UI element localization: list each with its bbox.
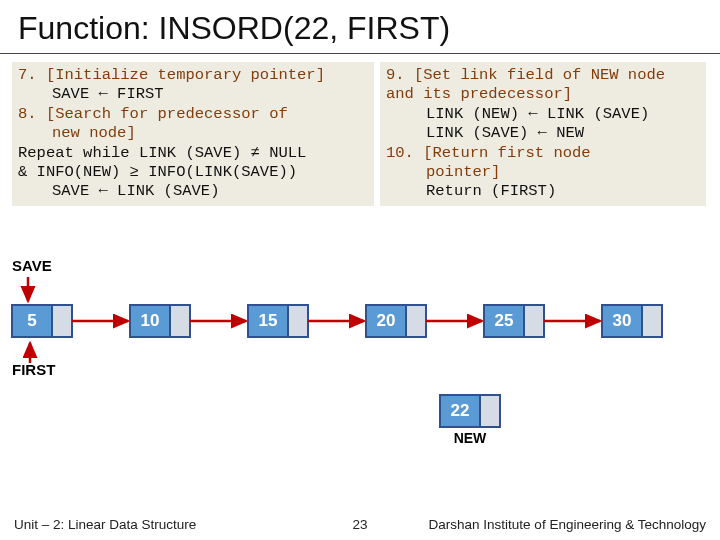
list-node: 10 [130, 305, 190, 337]
code-line: LINK (NEW) ← LINK (SAVE) [386, 105, 700, 124]
list-node: 20 [366, 305, 426, 337]
code-right: 9. [Set link field of NEW node and its p… [380, 62, 706, 206]
code-line: pointer] [386, 163, 700, 182]
footer-left: Unit – 2: Linear Data Structure [14, 517, 196, 532]
list-node: 30 [602, 305, 662, 337]
code-line: LINK (SAVE) ← NEW [386, 124, 700, 143]
svg-rect-7 [406, 305, 426, 337]
code-line: 9. [Set link field of NEW node and its p… [386, 66, 700, 105]
linked-list-diagram: SAVE 51015202530 FIRST 22 NEW [0, 255, 720, 465]
page-number: 23 [352, 517, 367, 532]
svg-rect-9 [524, 305, 544, 337]
list-node: 15 [248, 305, 308, 337]
save-label: SAVE [12, 257, 52, 274]
list-node: 5 [12, 305, 72, 337]
code-line: SAVE ← FIRST [18, 85, 368, 104]
code-left: 7. [Initialize temporary pointer] SAVE ←… [12, 62, 374, 206]
svg-rect-11 [642, 305, 662, 337]
new-value: 22 [451, 401, 470, 420]
code-line: Repeat while LINK (SAVE) ≠ NULL [18, 144, 368, 163]
footer: Unit – 2: Linear Data Structure 23 Darsh… [0, 511, 720, 540]
node-value: 20 [377, 311, 396, 330]
code-line: 8. [Search for predecessor of [18, 105, 368, 124]
first-label: FIRST [12, 361, 55, 378]
code-line: new node] [18, 124, 368, 143]
node-value: 30 [613, 311, 632, 330]
code-line: Return (FIRST) [386, 182, 700, 201]
code-line: & INFO(NEW) ≥ INFO(LINK(SAVE)) [18, 163, 368, 182]
footer-right: Darshan Institute of Engineering & Techn… [429, 517, 706, 532]
new-label: NEW [454, 430, 487, 446]
node-value: 10 [141, 311, 160, 330]
node-value: 15 [259, 311, 278, 330]
svg-rect-1 [52, 305, 72, 337]
slide-title: Function: INSORD(22, FIRST) [0, 0, 720, 54]
svg-rect-5 [288, 305, 308, 337]
code-line: SAVE ← LINK (SAVE) [18, 182, 368, 201]
new-node: 22 [440, 395, 500, 427]
svg-rect-3 [170, 305, 190, 337]
svg-rect-13 [480, 395, 500, 427]
code-line: 7. [Initialize temporary pointer] [18, 66, 368, 85]
code-blocks: 7. [Initialize temporary pointer] SAVE ←… [0, 62, 720, 206]
list-node: 25 [484, 305, 544, 337]
code-line: 10. [Return first node [386, 144, 700, 163]
node-value: 25 [495, 311, 514, 330]
node-value: 5 [27, 311, 36, 330]
